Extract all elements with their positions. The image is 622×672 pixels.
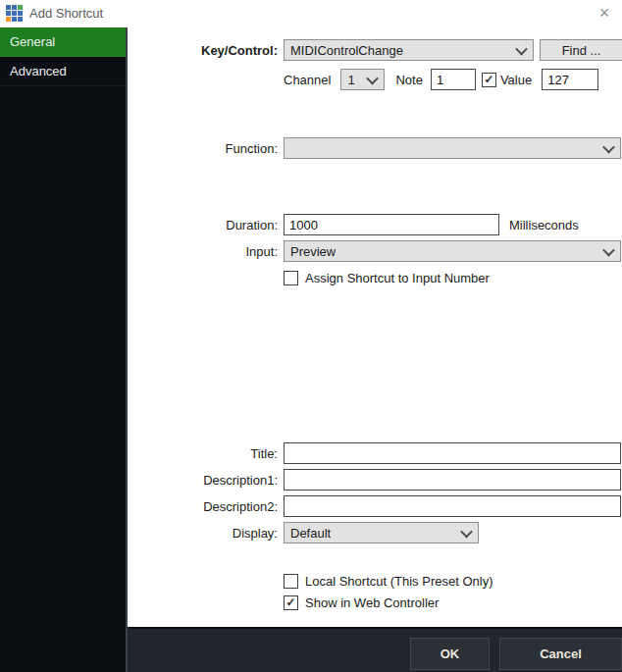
cancel-button[interactable]: Cancel xyxy=(499,638,622,670)
input-label: Input: xyxy=(128,244,284,259)
add-shortcut-dialog: Add Shortcut × General Advanced Key/Cont… xyxy=(0,0,622,672)
description1-row: Description1: xyxy=(128,469,621,491)
key-control-row: Key/Control: MIDIControlChange Find ... xyxy=(128,39,622,61)
icon-square xyxy=(12,11,17,16)
icon-square xyxy=(6,17,11,22)
assign-shortcut-label: Assign Shortcut to Input Number xyxy=(305,271,490,285)
web-controller-label: Show in Web Controller xyxy=(305,595,439,610)
close-icon[interactable]: × xyxy=(594,1,615,25)
channel-label: Channel xyxy=(284,73,331,87)
icon-square xyxy=(18,17,23,22)
icon-square xyxy=(12,5,17,10)
check-icon: ✓ xyxy=(484,74,493,86)
display-row: Display: Default xyxy=(128,522,479,543)
local-shortcut-checkbox[interactable] xyxy=(284,574,298,589)
value-checkbox[interactable]: ✓ xyxy=(482,73,496,87)
key-control-value: MIDIControlChange xyxy=(290,43,403,58)
local-shortcut-row: Local Shortcut (This Preset Only) xyxy=(284,574,492,589)
channel-note-value-row: Channel 1 Note 1 ✓ Value 127 xyxy=(284,69,598,90)
icon-square xyxy=(18,5,23,10)
find-button[interactable]: Find ... xyxy=(540,39,622,61)
chevron-down-icon xyxy=(602,140,615,153)
assign-shortcut-checkbox[interactable] xyxy=(284,271,298,285)
tab-advanced[interactable]: Advanced xyxy=(0,57,126,86)
display-value: Default xyxy=(290,526,331,541)
channel-dropdown[interactable]: 1 xyxy=(340,69,385,90)
key-control-dropdown[interactable]: MIDIControlChange xyxy=(284,39,534,61)
description2-row: Description2: xyxy=(128,495,621,517)
icon-square xyxy=(12,17,17,22)
description2-label: Description2: xyxy=(128,499,284,514)
description1-label: Description1: xyxy=(128,473,284,488)
function-dropdown[interactable] xyxy=(284,137,621,159)
icon-square xyxy=(18,11,23,16)
duration-row: Duration: 1000 Milliseconds xyxy=(128,214,579,235)
description2-field[interactable] xyxy=(284,495,621,517)
check-icon: ✓ xyxy=(285,596,295,609)
function-row: Function: xyxy=(128,137,621,159)
display-label: Display: xyxy=(128,526,284,541)
display-dropdown[interactable]: Default xyxy=(284,522,479,543)
title-row: Title: xyxy=(128,442,621,464)
note-label: Note xyxy=(395,73,422,87)
chevron-down-icon xyxy=(515,42,528,55)
sidebar: General Advanced xyxy=(0,27,128,672)
tab-general[interactable]: General xyxy=(0,27,126,57)
web-controller-row: ✓ Show in Web Controller xyxy=(284,595,439,610)
ok-button[interactable]: OK xyxy=(410,638,490,670)
key-control-label: Key/Control: xyxy=(128,43,284,58)
chevron-down-icon xyxy=(460,525,473,538)
vmix-grid-icon xyxy=(6,5,23,22)
title-bar: Add Shortcut × xyxy=(0,0,622,27)
value-label: Value xyxy=(500,73,532,87)
input-row: Input: Preview xyxy=(128,240,621,262)
duration-field[interactable]: 1000 xyxy=(284,214,499,235)
web-controller-checkbox[interactable]: ✓ xyxy=(284,595,298,610)
icon-square xyxy=(6,5,11,10)
title-label: Title: xyxy=(128,446,284,461)
chevron-down-icon xyxy=(602,243,615,256)
assign-shortcut-row: Assign Shortcut to Input Number xyxy=(284,271,490,285)
milliseconds-label: Milliseconds xyxy=(509,218,579,233)
function-label: Function: xyxy=(128,141,284,156)
input-value: Preview xyxy=(290,244,336,259)
chevron-down-icon xyxy=(367,72,380,84)
duration-label: Duration: xyxy=(128,218,284,233)
description1-field[interactable] xyxy=(284,469,621,491)
title-field[interactable] xyxy=(284,442,621,464)
window-title: Add Shortcut xyxy=(29,0,103,27)
icon-square xyxy=(6,11,11,16)
channel-value: 1 xyxy=(347,73,354,87)
input-dropdown[interactable]: Preview xyxy=(284,240,621,262)
local-shortcut-label: Local Shortcut (This Preset Only) xyxy=(305,574,492,589)
value-field[interactable]: 127 xyxy=(542,69,598,90)
note-field[interactable]: 1 xyxy=(431,69,476,90)
